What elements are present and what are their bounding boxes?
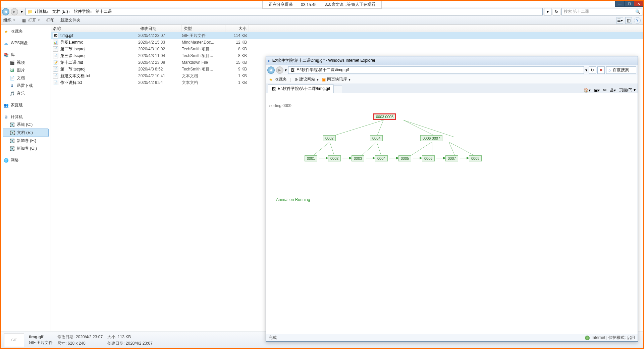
network-icon: 🌐 (3, 158, 9, 163)
breadcrumb[interactable]: 📁 计算机▸ 文档 (E:)▸ 软件学院▸ 第十二课 (25, 8, 543, 15)
ie-title-bar[interactable]: e E:\软件学院\第十二课\timg.gif - Windows Intern… (266, 56, 638, 65)
star-icon: ★ (268, 77, 273, 82)
sidebar-drive-c[interactable]: 💽系统 (C:) (3, 121, 49, 129)
drive-icon: 💽 (9, 122, 15, 128)
file-date: 2020/4/2 10:41 (138, 73, 182, 78)
minimize-button[interactable]: — (615, 1, 625, 7)
column-headers: 名称 修改日期 类型 大小 (51, 25, 643, 32)
ie-home-button[interactable]: 🏠▾ (584, 88, 591, 93)
organize-menu[interactable]: 组织▼ (3, 17, 15, 23)
sidebar-wps[interactable]: ☁WPS网盘 (3, 39, 49, 47)
help-button[interactable]: ? (634, 17, 641, 24)
ie-mail-button[interactable]: ✉ (603, 88, 606, 93)
view-menu-button[interactable]: ☰▾ (616, 17, 623, 24)
ie-history-dropdown[interactable]: ▾ (285, 68, 287, 72)
ie-content-area: serting 0009 0003 0005 0002 0004 0006 00… (266, 93, 638, 334)
ie-address-bar: ◀ ▶ ▾ 🖼 E:\软件学院\第十二课\timg.gif ▾ ↻ ✕ ⌕ 百度… (266, 65, 638, 75)
suggest-icon: ⊕ (294, 77, 298, 82)
sidebar-homegroup[interactable]: 👥家庭组 (3, 101, 49, 109)
sidebar-drive-g[interactable]: 💽新加卷 (G:) (3, 145, 49, 152)
ie-url-dropdown[interactable]: ▾ (585, 68, 587, 72)
forward-button[interactable]: ▶ (11, 8, 18, 15)
sidebar-favorites[interactable]: ★收藏夹 (3, 28, 49, 35)
ie-favorites-button[interactable]: ★收藏夹 (268, 77, 287, 82)
file-date: 2020/4/2 9:54 (138, 80, 182, 85)
ie-forward-button[interactable]: ▶ (276, 66, 283, 74)
ie-refresh-button[interactable]: ↻ (589, 66, 596, 74)
maximize-button[interactable]: ☐ (625, 1, 634, 7)
svg-marker-19 (396, 157, 399, 159)
close-button[interactable]: ✕ (634, 1, 643, 7)
file-type: GIF 图片文件 (182, 33, 225, 39)
sidebar-drive-e[interactable]: 💽文档 (E:) (3, 129, 49, 137)
sidebar-item-video[interactable]: 🎬视频 (3, 59, 49, 66)
file-size: 8 KB (225, 47, 249, 51)
ie-status-bar: 完成 Internet | 保护模式: 启用 (266, 334, 638, 341)
ie-tab-strip: 🖼 E:\软件学院\第十二课\timg.gif 🏠▾ ▣▾ ✉ 🖶▾ 页面(P)… (266, 84, 638, 93)
crumb-folder1[interactable]: 软件学院▸ (72, 9, 94, 14)
feed-icon: ▣ (322, 77, 326, 82)
print-button[interactable]: 打印 (46, 17, 54, 23)
new-folder-button[interactable]: 新建文件夹 (60, 17, 80, 23)
ie-page-menu[interactable]: 页面(P) ▾ (619, 87, 636, 93)
homegroup-icon: 👥 (3, 103, 9, 108)
file-type-icon: 📄 (53, 73, 58, 79)
file-thumbnail: GIF (4, 334, 24, 347)
sidebar-computer[interactable]: 🖥计算机 (3, 113, 49, 121)
screen-share-bar: 正在分享屏幕 03:15:45 310席文涛...等49人正在观看 (262, 1, 382, 9)
share-viewers: 310席文涛...等49人正在观看 (325, 2, 375, 7)
file-type: TechSmith 项目... (182, 53, 225, 59)
sidebar-drive-f[interactable]: 💽新加卷 (F:) (3, 137, 49, 145)
ie-title-text: E:\软件学院\第十二课\timg.gif - Windows Internet… (272, 58, 375, 63)
ie-stop-button[interactable]: ✕ (597, 66, 605, 74)
col-name[interactable]: 名称 (51, 25, 138, 32)
sidebar-libraries[interactable]: 📚库 (3, 51, 49, 59)
ie-print-button[interactable]: 🖶▾ (610, 88, 616, 93)
document-icon: 📄 (9, 76, 15, 81)
col-type[interactable]: 类型 (182, 25, 225, 32)
preview-pane-button[interactable]: ◫ (625, 17, 632, 24)
file-size: 114 KB (225, 33, 249, 38)
addr-dropdown-button[interactable]: ▾ (544, 8, 551, 15)
ie-back-button[interactable]: ◀ (267, 66, 275, 74)
file-row[interactable]: 📊导图1.emmx2020/4/2 15:33MindMaster.Doc...… (51, 39, 643, 46)
col-date[interactable]: 修改日期 (138, 25, 182, 32)
sidebar-item-documents[interactable]: 📄文档 (3, 74, 49, 82)
file-type-icon: 📄 (53, 53, 58, 58)
ie-feed-button[interactable]: ▣▾ (594, 88, 600, 93)
col-size[interactable]: 大小 (225, 25, 249, 32)
ie-web-slices[interactable]: ▣网页快讯库 ▾ (322, 77, 351, 82)
file-row[interactable]: 📄第二节.tscproj2020/4/3 10:02TechSmith 项目..… (51, 46, 643, 52)
back-button[interactable]: ◀ (2, 8, 9, 15)
download-icon: ⬇ (9, 83, 15, 89)
baidu-icon: ⌕ (608, 68, 611, 72)
libraries-icon: 📚 (3, 52, 9, 58)
ie-search-field[interactable]: ⌕ 百度搜索 (606, 66, 636, 74)
file-size: 12 KB (225, 40, 249, 45)
file-size: 8 KB (225, 53, 249, 58)
file-row[interactable]: 🖼timg.gif2020/4/2 23:07GIF 图片文件114 KB (51, 32, 643, 39)
open-menu[interactable]: ▦打开▼ (21, 17, 40, 23)
crumb-computer[interactable]: 计算机▸ (33, 9, 50, 14)
sidebar-item-pictures[interactable]: 🖼图片 (3, 66, 49, 74)
sidebar-network[interactable]: 🌐网络 (3, 156, 49, 164)
ie-tab-active[interactable]: 🖼 E:\软件学院\第十二课\timg.gif (268, 84, 334, 93)
svg-marker-17 (373, 157, 375, 159)
drive-icon: 💽 (9, 146, 15, 151)
sidebar-item-download[interactable]: ⬇迅雷下载 (3, 82, 49, 90)
music-icon: 🎵 (9, 91, 15, 96)
ie-url-field[interactable]: 🖼 E:\软件学院\第十二课\timg.gif (288, 66, 584, 74)
sidebar-item-music[interactable]: 🎵音乐 (3, 90, 49, 97)
video-icon: 🎬 (9, 60, 15, 65)
ie-suggested-sites[interactable]: ⊕建议网站 ▾ (294, 77, 319, 82)
crumb-folder2[interactable]: 第十二课 (94, 9, 113, 14)
refresh-button[interactable]: ↻ (553, 8, 560, 15)
file-icon: 🖼 (290, 68, 294, 72)
search-input[interactable]: 搜索 第十二课 🔍 (561, 8, 642, 15)
crumb-drive[interactable]: 文档 (E:)▸ (51, 9, 72, 14)
file-type: 文本文档 (182, 80, 225, 86)
history-dropdown[interactable]: ▾ (19, 9, 24, 14)
search-icon: 🔍 (635, 9, 640, 14)
file-name: 第一节.tscproj (60, 66, 86, 72)
ie-new-tab-button[interactable] (333, 86, 342, 93)
